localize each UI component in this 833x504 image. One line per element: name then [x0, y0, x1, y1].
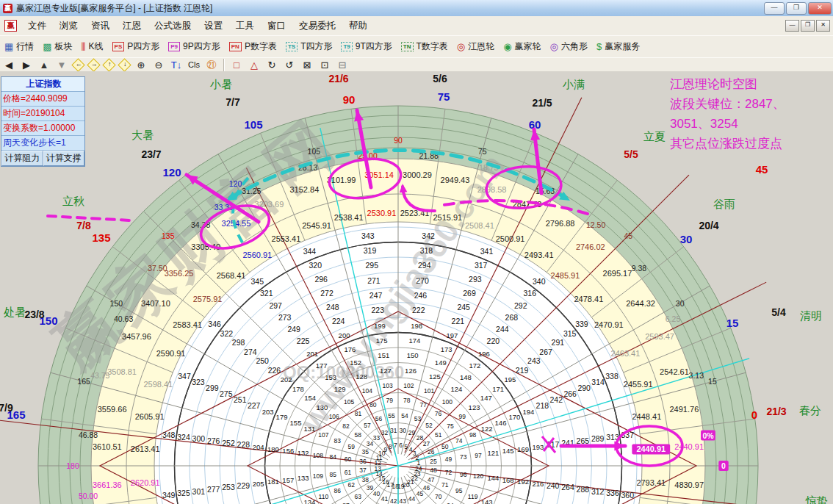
menu-item-工具[interactable]: 工具 — [229, 19, 261, 32]
toolbar-button-赢家服务[interactable]: $赢家服务 — [592, 39, 644, 54]
kline-icon: ⫼ — [82, 42, 86, 51]
menu-item-设置[interactable]: 设置 — [198, 19, 229, 32]
spiral-number: 240 — [547, 481, 560, 490]
price-time-icon[interactable]: T↓ — [167, 59, 185, 71]
price-outer-ring-value: 3407.10 — [141, 299, 170, 308]
toolbar-button-9T四方形[interactable]: T99T四方形 — [336, 39, 396, 54]
toolbar-button-9P四方形[interactable]: P99P四方形 — [164, 39, 224, 54]
spiral-number: 99 — [459, 413, 466, 420]
expand-icon[interactable]: ⊠ — [298, 59, 316, 71]
menu-item-文件[interactable]: 文件 — [21, 19, 53, 32]
toolbar-button-T四方形[interactable]: TST四方形 — [281, 39, 337, 54]
calc-support-button[interactable]: 计算支撑 — [43, 151, 85, 166]
menu-item-帮助[interactable]: 帮助 — [342, 19, 374, 32]
spiral-number: 127 — [380, 367, 392, 375]
toolbar-button-行情[interactable]: ▦行情 — [0, 39, 38, 54]
next-icon[interactable]: ▶ — [18, 59, 35, 71]
rotate-ccw-icon[interactable]: ↺ — [281, 59, 298, 71]
triangle-tool-icon[interactable]: △ — [245, 59, 263, 71]
spiral-number: 324 — [177, 433, 190, 442]
spiral-number: 59 — [348, 443, 356, 450]
menu-app-icon: 赢 — [4, 20, 17, 32]
mdi-restore-button[interactable]: ❐ — [801, 20, 815, 32]
menu-item-公式选股[interactable]: 公式选股 — [148, 19, 198, 32]
cls-button[interactable]: Cls — [185, 59, 203, 71]
spiral-number: 42 — [390, 497, 397, 504]
panel-step: 周天变化步长=1 — [1, 136, 84, 151]
toolbar-label: 行情 — [16, 40, 34, 53]
price-inner-ring-value: 2620.91 — [131, 478, 160, 487]
rotate-cw-icon[interactable]: ↻ — [263, 59, 281, 71]
spiral-number: 124 — [451, 385, 463, 393]
zoom-out-icon[interactable]: ⊖ — [150, 59, 167, 71]
spiral-number: 275 — [220, 389, 233, 398]
spiral-number: 325 — [177, 489, 190, 497]
diamond-up-icon[interactable]: ↑ — [102, 58, 115, 71]
spiral-number: 73 — [460, 453, 467, 461]
menu-item-交易委托[interactable]: 交易委托 — [292, 19, 342, 32]
spiral-number: 218 — [536, 401, 549, 410]
spiral-number: 251 — [234, 395, 247, 404]
percent-ring-value: 12.50 — [586, 220, 605, 229]
spiral-number: 131 — [304, 425, 316, 433]
price-inner-ring-value: 2485.91 — [551, 271, 580, 280]
screen-icon[interactable]: ⊟ — [333, 59, 351, 71]
spiral-number: 41 — [381, 495, 389, 503]
date-label-20/4: 20/4 — [699, 220, 718, 231]
spiral-number: 292 — [514, 301, 527, 310]
price-inner-ring-value: 2583.41 — [173, 320, 202, 329]
spiral-number: 170 — [509, 413, 521, 421]
diamond-left-icon[interactable]: ← — [71, 58, 84, 71]
diamond-down-icon[interactable]: ↓ — [118, 58, 131, 71]
spiral-number: 177 — [316, 361, 328, 370]
restore-button[interactable]: ❐ — [786, 2, 807, 15]
toolbar-button-P数字表[interactable]: PNP数字表 — [225, 39, 281, 54]
prev-icon[interactable]: ◀ — [0, 59, 18, 71]
toolbar-button-T数字表[interactable]: TNT数字表 — [397, 39, 452, 54]
square-tool-icon[interactable]: □ — [228, 59, 245, 71]
menu-item-浏览[interactable]: 浏览 — [53, 19, 84, 32]
spiral-number: 129 — [334, 385, 346, 393]
diamond-right-icon[interactable]: → — [87, 58, 100, 71]
rotate-left-tri-icon[interactable]: ▲ — [35, 59, 53, 71]
spiral-number: 176 — [344, 345, 356, 353]
date-label-7/7: 7/7 — [226, 96, 240, 108]
menu-item-资讯[interactable]: 资讯 — [84, 19, 116, 32]
solar-term-清明: 清明 — [800, 309, 822, 322]
degree-ring-value: 135 — [162, 231, 175, 240]
rotate-right-tri-icon[interactable]: ▼ — [53, 59, 71, 71]
application-window: 赢 赢家江恩专业版[赢家服务平台] - [上证指数 江恩轮] — ❐ ✕ 赢 文… — [0, 0, 833, 504]
calendar-icon[interactable]: ㉑ — [203, 59, 220, 71]
calc-resistance-button[interactable]: 计算阻力 — [1, 151, 43, 166]
spiral-number: 315 — [563, 329, 577, 338]
toolbar-button-P四方形[interactable]: PSP四方形 — [108, 39, 165, 54]
zoom-in-icon[interactable]: ⊕ — [132, 59, 150, 71]
t-square-icon: TS — [286, 42, 298, 51]
toolbar-button-赢家轮[interactable]: ◉赢家轮 — [499, 39, 545, 54]
price-outer-ring-value: 3559.66 — [98, 405, 127, 414]
price-inner-ring-value: 2493.41 — [524, 251, 554, 259]
spiral-number: 126 — [405, 367, 416, 375]
spiral-number: 121 — [487, 449, 499, 457]
shrink-icon[interactable]: ⊡ — [316, 59, 333, 71]
price-outer-ring-value: 3457.96 — [122, 332, 151, 341]
degree-label-120: 120 — [162, 166, 181, 179]
toolbar-button-板块[interactable]: ▩板块 — [38, 39, 76, 54]
menu-item-窗口[interactable]: 窗口 — [261, 19, 292, 32]
menu-item-江恩[interactable]: 江恩 — [116, 19, 148, 32]
app-icon: 赢 — [3, 4, 12, 13]
close-button[interactable]: ✕ — [808, 2, 832, 15]
mdi-minimize-button[interactable]: — — [785, 20, 799, 32]
spiral-number: 58 — [355, 431, 362, 439]
spiral-number: 100 — [442, 398, 452, 406]
toolbar-button-六角形[interactable]: ◎六角形 — [546, 39, 592, 54]
spiral-number: 82 — [342, 422, 350, 430]
minimize-button[interactable]: — — [764, 2, 785, 15]
toolbar-button-江恩轮[interactable]: ◎江恩轮 — [452, 39, 499, 54]
spiral-number: 5 — [404, 443, 408, 450]
toolbar-button-K线[interactable]: ⫼K线 — [77, 39, 108, 54]
spiral-number: 277 — [207, 485, 220, 494]
mdi-close-button[interactable]: ✕ — [816, 20, 830, 32]
winner-wheel-icon: ◉ — [503, 42, 511, 51]
price-outer-ring-value: 2746.02 — [576, 242, 605, 251]
